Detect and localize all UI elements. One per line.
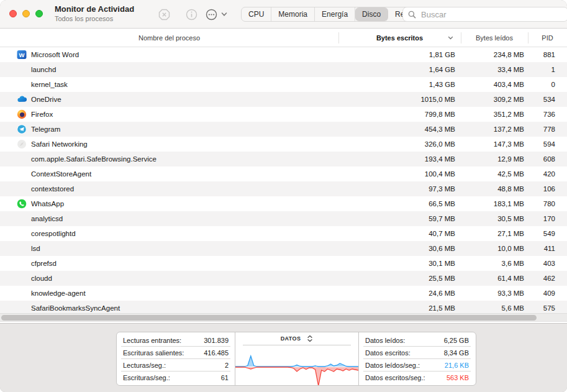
process-row[interactable]: Safari Networking326,0 MB147,3 MB594 bbox=[0, 137, 567, 152]
stat-value: 6,25 GB bbox=[444, 337, 469, 344]
column-divider[interactable] bbox=[528, 32, 528, 43]
stat-label: Lecturas entrantes: bbox=[123, 337, 181, 344]
info-icon bbox=[185, 8, 198, 21]
process-row[interactable]: analyticsd59,7 MB30,5 MB170 bbox=[0, 211, 567, 226]
process-name: Telegram bbox=[31, 122, 60, 137]
bytes-read-value: 33,4 MB bbox=[461, 62, 524, 77]
pid-value: 409 bbox=[528, 286, 555, 301]
bytes-read-value: 42,5 MB bbox=[461, 166, 524, 181]
pid-value: 420 bbox=[528, 166, 555, 181]
disk-activity-sparkline bbox=[235, 345, 358, 385]
stat-label: Lecturas/seg.: bbox=[123, 362, 166, 369]
process-row[interactable]: WhatsApp66,5 MB183,1 MB780 bbox=[0, 196, 567, 211]
pid-value: 780 bbox=[528, 196, 555, 211]
process-row[interactable]: WMicrosoft Word1,81 GB234,8 MB881 bbox=[0, 47, 567, 62]
firefox-app-icon-wrap bbox=[17, 109, 27, 119]
tab-cpu[interactable]: CPU bbox=[242, 7, 271, 21]
process-row[interactable]: Telegram454,3 MB137,2 MB778 bbox=[0, 122, 567, 137]
bytes-read-value: 12,9 MB bbox=[461, 152, 524, 166]
safari-networking-app-icon-wrap bbox=[17, 139, 27, 149]
pid-value: 534 bbox=[528, 92, 555, 107]
view-segmented-control: CPUMemoriaEnergíaDiscoRed bbox=[241, 7, 416, 22]
quit-process-button[interactable] bbox=[156, 7, 171, 22]
tab-energía[interactable]: Energía bbox=[315, 7, 355, 21]
column-header-bytes-escritos[interactable]: Bytes escritos bbox=[338, 29, 461, 47]
chart-mode-label: DATOS bbox=[281, 335, 301, 342]
pid-value: 608 bbox=[528, 152, 555, 166]
pid-value: 0 bbox=[528, 77, 555, 92]
zoom-button[interactable] bbox=[35, 10, 43, 17]
process-row[interactable]: cloudd25,5 MB61,4 MB462 bbox=[0, 271, 567, 286]
onedrive-app-icon-wrap bbox=[17, 94, 27, 104]
inspect-process-button[interactable] bbox=[184, 7, 199, 22]
word-app-icon: W bbox=[17, 50, 27, 60]
svg-text:W: W bbox=[19, 52, 25, 58]
toolbar: Monitor de Actividad Todos los procesos bbox=[0, 0, 567, 29]
pid-value: 462 bbox=[528, 271, 555, 286]
bytes-read-value: 137,2 MB bbox=[461, 122, 524, 137]
column-header-label: Bytes leídos bbox=[476, 34, 513, 42]
bytes-written-value: 24,6 MB bbox=[338, 286, 455, 301]
close-button[interactable] bbox=[9, 10, 17, 17]
process-name: OneDrive bbox=[31, 92, 61, 107]
process-row[interactable]: cfprefsd30,1 MB3,6 MB403 bbox=[0, 256, 567, 271]
process-row[interactable]: knowledge-agent24,6 MB93,3 MB409 bbox=[0, 286, 567, 301]
stat-value: 563 KB bbox=[447, 374, 469, 381]
bytes-written-value: 1,81 GB bbox=[338, 47, 455, 62]
minimize-button[interactable] bbox=[22, 10, 30, 17]
search-input[interactable] bbox=[420, 9, 563, 20]
pid-value: 1 bbox=[528, 62, 555, 77]
process-row[interactable]: com.apple.Safari.SafeBrowsing.Service193… bbox=[0, 152, 567, 166]
column-header-nombre-del-proceso[interactable]: Nombre del proceso bbox=[0, 29, 338, 47]
process-row[interactable]: ContextStoreAgent100,4 MB42,5 MB420 bbox=[0, 166, 567, 181]
tab-memoria[interactable]: Memoria bbox=[271, 7, 315, 21]
process-name: ContextStoreAgent bbox=[31, 166, 91, 181]
horizontal-scrollbar-thumb[interactable] bbox=[1, 315, 537, 321]
process-name: Microsoft Word bbox=[31, 47, 79, 62]
bytes-read-value: 309,2 MB bbox=[461, 92, 524, 107]
process-row[interactable]: corespotlightd40,7 MB27,1 MB549 bbox=[0, 226, 567, 241]
bytes-written-value: 97,3 MB bbox=[338, 181, 455, 196]
firefox-app-icon bbox=[17, 109, 27, 119]
disk-activity-chart-section: DATOS bbox=[235, 332, 358, 385]
bytes-written-value: 799,8 MB bbox=[338, 107, 455, 122]
process-row[interactable]: launchd1,64 GB33,4 MB1 bbox=[0, 62, 567, 77]
process-row[interactable]: contextstored97,3 MB48,8 MB106 bbox=[0, 181, 567, 196]
process-row[interactable]: OneDrive1015,0 MB309,2 MB534 bbox=[0, 92, 567, 107]
bytes-written-value: 326,0 MB bbox=[338, 137, 455, 152]
stat-value: 301.839 bbox=[204, 337, 229, 344]
process-name: Safari Networking bbox=[31, 137, 88, 152]
bytes-read-value: 351,2 MB bbox=[461, 107, 524, 122]
more-options-button[interactable] bbox=[204, 7, 219, 22]
bytes-read-value: 10,0 MB bbox=[461, 241, 524, 256]
column-divider[interactable] bbox=[338, 32, 339, 43]
process-name: kernel_task bbox=[31, 77, 68, 92]
process-row[interactable]: kernel_task1,43 GB403,4 MB0 bbox=[0, 77, 567, 92]
process-name: WhatsApp bbox=[31, 196, 64, 211]
search-field[interactable] bbox=[402, 7, 567, 22]
bytes-written-value: 454,3 MB bbox=[338, 122, 455, 137]
process-row[interactable]: Firefox799,8 MB351,2 MB736 bbox=[0, 107, 567, 122]
whatsapp-app-icon-wrap bbox=[17, 199, 27, 209]
column-divider[interactable] bbox=[461, 32, 461, 43]
column-header-label: PID bbox=[542, 34, 553, 42]
chart-mode-stepper-icon[interactable] bbox=[307, 335, 313, 342]
disk-stats-box: Lecturas entrantes:301.839Escrituras sal… bbox=[116, 332, 476, 386]
column-header-pid[interactable]: PID bbox=[528, 29, 567, 47]
column-header-bytes-leidos[interactable]: Bytes leídos bbox=[461, 29, 528, 47]
tab-disco[interactable]: Disco bbox=[355, 7, 388, 21]
column-header-label: Nombre del proceso bbox=[138, 34, 200, 42]
data-volume-stats: Datos leídos:6,25 GBDatos escritos:8,34 … bbox=[358, 332, 475, 385]
stat-row: Lecturas entrantes:301.839 bbox=[121, 334, 230, 347]
stat-row: Escrituras/seg.:61 bbox=[121, 371, 230, 383]
stat-value: 416.485 bbox=[204, 349, 229, 357]
bytes-written-value: 40,7 MB bbox=[338, 226, 455, 241]
bytes-written-value: 1015,0 MB bbox=[338, 92, 455, 107]
stat-row: Lecturas/seg.:2 bbox=[121, 359, 230, 371]
bytes-written-value: 1,64 GB bbox=[338, 62, 455, 77]
horizontal-scrollbar[interactable] bbox=[0, 313, 567, 322]
process-row[interactable]: lsd30,6 MB10,0 MB411 bbox=[0, 241, 567, 256]
window-subtitle: Todos los procesos bbox=[55, 14, 134, 23]
chevron-down-icon[interactable] bbox=[220, 11, 228, 18]
stat-row: Datos leídos:6,25 GB bbox=[363, 334, 471, 347]
